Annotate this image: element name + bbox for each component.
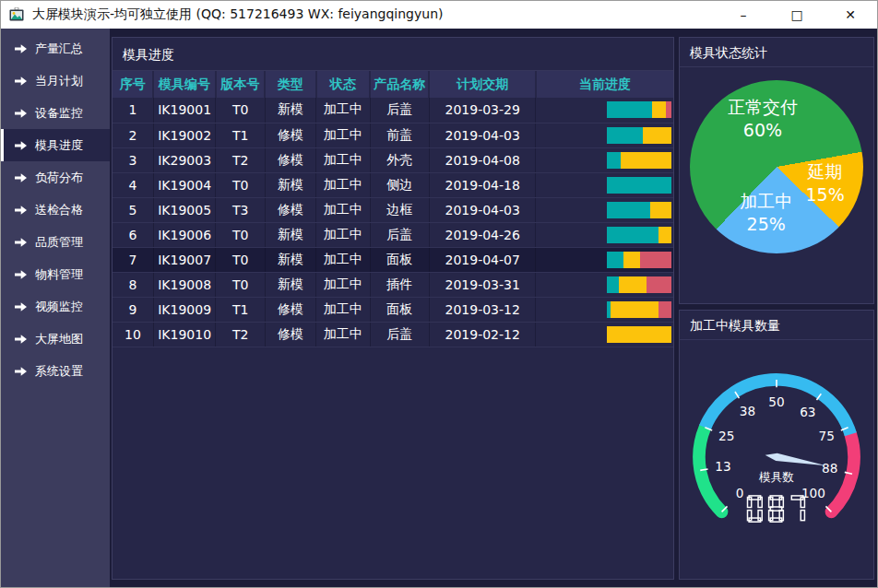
mold-status-panel-title: 模具状态统计 — [680, 38, 873, 67]
progress-bar — [607, 326, 671, 343]
mold-progress-panel: 模具进度 序号模具编号版本号类型状态产品名称计划交期当前进度 1IK19001T… — [112, 37, 674, 580]
column-header-7: 计划交期 — [429, 71, 536, 98]
arrow-right-icon — [15, 109, 27, 118]
titlebar: 大屏模块演示-均可独立使用 (QQ: 517216493 WX: feiyang… — [1, 1, 877, 29]
maximize-button[interactable]: □ — [770, 7, 824, 22]
gauge-tick-25: 25 — [718, 429, 734, 443]
gauge-tick-63: 63 — [800, 405, 815, 419]
arrow-right-icon — [15, 302, 27, 312]
arrow-right-icon — [15, 206, 27, 215]
progress-bar — [607, 202, 671, 218]
mold-status-panel: 模具状态统计 正常交付 60% 延期 15% 加工中 — [679, 37, 874, 304]
sidebar-item-5[interactable]: 负荷分布 — [1, 161, 110, 194]
gauge-tick-50: 50 — [768, 394, 784, 409]
minimize-button[interactable]: – — [717, 7, 770, 22]
table-row[interactable]: 2IK19002T1修模加工中前盖2019-04-03 — [113, 123, 673, 147]
sidebar-item-2[interactable]: 当月计划 — [1, 65, 110, 97]
column-header-2: 模具编号 — [153, 71, 215, 98]
sidebar: 产量汇总当月计划设备监控模具进度负荷分布送检合格品质管理物料管理视频监控大屏地图… — [1, 29, 110, 587]
gauge-digital-value — [748, 496, 805, 522]
arrow-right-icon — [15, 173, 27, 182]
arrow-right-icon — [15, 335, 27, 344]
table-row[interactable]: 5IK19005T3修模加工中边框2019-04-03 — [113, 197, 673, 222]
column-header-1: 序号 — [113, 71, 153, 98]
app-icon — [8, 7, 25, 22]
column-header-4: 类型 — [265, 71, 315, 98]
column-header-8: 当前进度 — [536, 71, 673, 98]
gauge-tick-38: 38 — [740, 404, 755, 418]
sidebar-item-1[interactable]: 产量汇总 — [1, 32, 110, 65]
table-row[interactable]: 7IK19007T0新模加工中面板2019-04-07 — [113, 247, 673, 272]
arrow-right-icon — [15, 238, 27, 247]
processing-count-panel: 加工中模具数量 — [679, 310, 874, 580]
mold-progress-panel-title: 模具进度 — [113, 38, 673, 71]
table-row[interactable]: 6IK19006T0新模加工中后盖2019-04-26 — [113, 222, 673, 247]
sidebar-item-10[interactable]: 大屏地图 — [1, 323, 110, 355]
content-area: 模具进度 序号模具编号版本号类型状态产品名称计划交期当前进度 1IK19001T… — [110, 29, 877, 587]
progress-bar — [607, 301, 671, 318]
progress-bar — [607, 101, 671, 118]
gauge-tick-88: 88 — [822, 461, 837, 476]
column-header-3: 版本号 — [216, 71, 266, 98]
mold-progress-table: 序号模具编号版本号类型状态产品名称计划交期当前进度 1IK19001T0新模加工… — [113, 71, 673, 347]
mold-count-gauge: 0 13 25 38 50 63 75 88 100 模具 — [680, 340, 873, 537]
gauge-needle — [765, 453, 826, 465]
right-column: 模具状态统计 正常交付 60% 延期 15% 加工中 — [679, 37, 874, 580]
sidebar-item-7[interactable]: 品质管理 — [1, 226, 110, 258]
arrow-right-icon — [15, 44, 27, 53]
table-row[interactable]: 9IK19009T1修模加工中面板2019-03-12 — [113, 297, 673, 322]
progress-bar — [607, 127, 671, 144]
gauge-unit-label: 模具数 — [758, 470, 794, 484]
status-pie-chart: 正常交付 60% 延期 15% 加工中 25% — [690, 80, 863, 253]
pie-label-normal: 正常交付 60% — [728, 96, 798, 140]
sidebar-item-6[interactable]: 送检合格 — [1, 194, 110, 226]
pie-label-delayed: 延期 15% — [806, 160, 845, 205]
sidebar-item-9[interactable]: 视频监控 — [1, 290, 110, 323]
progress-bar — [607, 252, 671, 268]
arrow-right-icon — [15, 270, 27, 279]
progress-bar — [607, 276, 671, 293]
app-window: 大屏模块演示-均可独立使用 (QQ: 517216493 WX: feiyang… — [0, 0, 878, 588]
gauge-tick-0: 0 — [736, 486, 744, 500]
window-controls: – □ ✕ — [717, 7, 877, 22]
table-row[interactable]: 8IK19008T0新模加工中插件2019-03-31 — [113, 272, 673, 297]
window-title: 大屏模块演示-均可独立使用 (QQ: 517216493 WX: feiyang… — [32, 6, 717, 23]
progress-bar — [607, 227, 671, 243]
column-header-5: 状态 — [316, 71, 370, 98]
table-row[interactable]: 3IK29003T2修模加工中外壳2019-04-08 — [113, 147, 673, 172]
arrow-right-icon — [15, 76, 27, 86]
table-row[interactable]: 1IK19001T0新模加工中后盖2019-03-29 — [113, 98, 673, 123]
arrow-right-icon — [15, 367, 27, 376]
pie-label-processing: 加工中 25% — [740, 190, 792, 234]
sidebar-item-3[interactable]: 设备监控 — [1, 97, 110, 129]
sidebar-item-11[interactable]: 系统设置 — [1, 355, 110, 387]
table-row[interactable]: 10IK19010T2修模加工中后盖2019-02-12 — [113, 322, 673, 347]
gauge-tick-75: 75 — [819, 429, 835, 443]
column-header-6: 产品名称 — [370, 71, 429, 98]
sidebar-item-4[interactable]: 模具进度 — [1, 129, 110, 161]
app-body: 产量汇总当月计划设备监控模具进度负荷分布送检合格品质管理物料管理视频监控大屏地图… — [1, 29, 877, 587]
table-header-row: 序号模具编号版本号类型状态产品名称计划交期当前进度 — [113, 71, 673, 98]
progress-bar — [607, 152, 671, 169]
gauge-tick-13: 13 — [715, 459, 730, 474]
table-row[interactable]: 4IK19004T0新模加工中侧边2019-04-18 — [113, 172, 673, 197]
arrow-right-icon — [15, 141, 27, 150]
close-button[interactable]: ✕ — [824, 7, 877, 22]
processing-count-panel-title: 加工中模具数量 — [680, 311, 873, 340]
progress-bar — [607, 177, 671, 194]
sidebar-item-8[interactable]: 物料管理 — [1, 258, 110, 290]
